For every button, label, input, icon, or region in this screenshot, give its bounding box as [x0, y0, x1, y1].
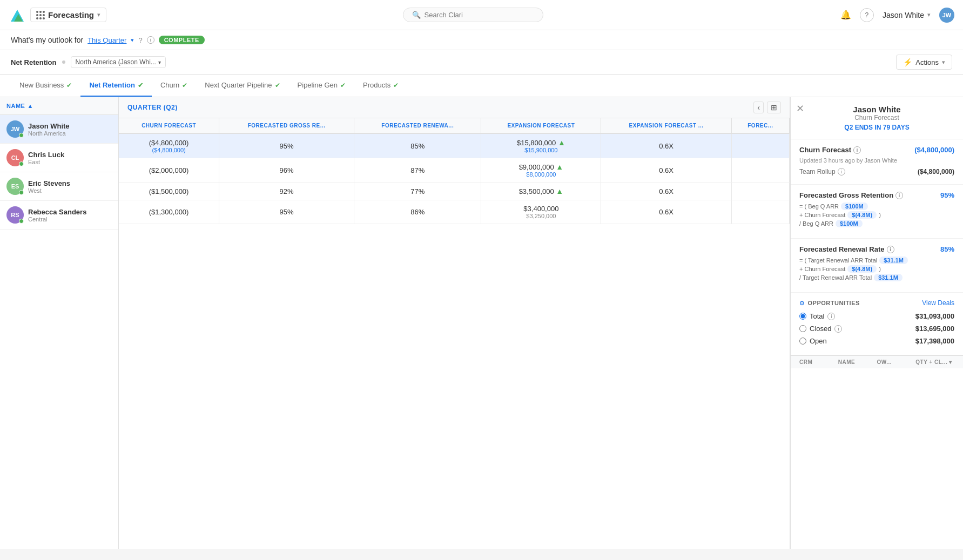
col-header-expansion-forecast-2[interactable]: EXPANSION FORECAST ...: [601, 118, 731, 133]
closed-info-icon[interactable]: i: [834, 325, 842, 333]
info-icon[interactable]: i: [147, 36, 154, 44]
search-box[interactable]: 🔍: [403, 8, 543, 22]
table-row-chris-luck[interactable]: ($2,000,000) 96% 87% $9,000,000 ▲ $8,000…: [119, 158, 790, 183]
cell-forec-eric: [731, 183, 789, 200]
open-radio-input[interactable]: [799, 338, 806, 345]
formula-line-2: + Churn Forecast $(4.8M) ): [799, 211, 954, 219]
notifications-button[interactable]: 🔔: [840, 10, 851, 20]
mini-col-qty[interactable]: QTY + CL... ▾: [915, 359, 954, 365]
gross-retention-row: Forecasted Gross Retention i 95%: [799, 191, 954, 199]
gross-retention-info-icon[interactable]: i: [895, 192, 903, 199]
mini-table-header: CRM NAME OW... QTY + CL... ▾: [791, 355, 963, 368]
formula-line-1: = ( Beg Q ARR $100M: [799, 203, 954, 210]
person-row-eric-stevens[interactable]: ES Eric Stevens West: [0, 172, 118, 201]
cell-expansion2-eric: 0.6X: [601, 183, 731, 200]
table-panel: QUARTER (Q2) ‹ ⊞ CHURN FORECAST FORECAST…: [119, 97, 790, 549]
tab-products-check-icon: ✔: [393, 82, 399, 89]
person-row-chris-luck[interactable]: CL Chris Luck East: [0, 144, 118, 172]
grid-view-button[interactable]: ⊞: [767, 102, 781, 113]
tab-pipeline-gen[interactable]: Pipeline Gen ✔: [289, 75, 354, 97]
people-header[interactable]: NAME ▲: [0, 97, 118, 115]
tab-next-quarter-pipeline[interactable]: Next Quarter Pipeline ✔: [196, 75, 288, 97]
detail-close-button[interactable]: ✕: [796, 103, 804, 114]
person-row-rebecca-sanders[interactable]: RS Rebecca Sanders Central: [0, 201, 118, 230]
cell-expansion2-rebecca: 0.6X: [601, 200, 731, 224]
cell-churn-forecast-eric: ($1,500,000): [119, 183, 219, 200]
renewal-formula-line-1: = ( Target Renewal ARR Total $31.1M: [799, 257, 954, 264]
tab-new-business-check-icon: ✔: [66, 82, 72, 89]
help-button[interactable]: ?: [860, 8, 874, 22]
col-header-forec[interactable]: FOREC...: [731, 118, 789, 133]
renewal-formula-line-3: / Target Renewal ARR Total $31.1M: [799, 274, 954, 281]
cell-forec-chris: [731, 158, 789, 183]
tab-new-business-label: New Business: [19, 81, 64, 89]
tab-churn-check-icon: ✔: [182, 82, 187, 89]
cell-renewal-rebecca: 86%: [354, 200, 481, 224]
total-radio-input[interactable]: [799, 313, 806, 320]
table-header-icons: ‹ ⊞: [753, 102, 781, 113]
arrow-up-icon-jason: ▲: [558, 138, 565, 147]
table-row-jason-white[interactable]: ($4,800,000) ($4,800,000) 95% 85% $15,80…: [119, 133, 790, 158]
mini-col-name: NAME: [838, 359, 877, 365]
col-header-forecasted-renewal[interactable]: FORECASTED RENEWA...: [354, 118, 481, 133]
collapse-table-button[interactable]: ‹: [753, 102, 764, 113]
tab-churn-label: Churn: [160, 81, 179, 89]
cell-renewal-chris: 87%: [354, 158, 481, 183]
tab-new-business[interactable]: New Business ✔: [11, 75, 80, 97]
top-nav: Forecasting ▾ 🔍 🔔 ? Jason White ▾ JW: [0, 0, 963, 30]
name-column-label: NAME: [6, 103, 25, 109]
cell-churn-forecast-chris: ($2,000,000): [119, 158, 219, 183]
search-input[interactable]: [424, 11, 521, 19]
status-dot-eric-stevens: [19, 190, 24, 195]
table-header-bar: QUARTER (Q2) ‹ ⊞: [119, 97, 790, 118]
quarter-link[interactable]: This Quarter: [87, 36, 126, 44]
team-rollup-info-icon[interactable]: i: [838, 168, 845, 176]
toolbar: Net Retention North America (Jason Whi..…: [0, 50, 963, 75]
table-row-eric-stevens[interactable]: ($1,500,000) 92% 77% $3,500,000 ▲ 0.6X: [119, 183, 790, 200]
search-icon: 🔍: [412, 11, 421, 19]
churn-forecast-label: Churn Forecast i: [799, 146, 861, 154]
nav-right: 🔔 ? Jason White ▾ JW: [840, 8, 954, 23]
cell-expansion2-jason: 0.6X: [601, 133, 731, 158]
forecast-table: CHURN FORECAST FORECASTED GROSS RE... FO…: [119, 118, 790, 224]
mini-col-crm: CRM: [799, 359, 838, 365]
net-retention-title: Net Retention: [11, 58, 57, 66]
total-radio-row: Total i $31,093,000: [799, 311, 954, 321]
main-layout: NAME ▲ JW Jason White North America CL C…: [0, 97, 963, 549]
actions-button[interactable]: ⚡ Actions ▾: [896, 55, 952, 70]
table-row-rebecca-sanders[interactable]: ($1,300,000) 95% 86% $3,400,000 $3,250,0…: [119, 200, 790, 224]
detail-header: ✕ Jason White Churn Forecast Q2 ENDS IN …: [791, 97, 963, 139]
cell-gross-re-chris: 96%: [219, 158, 354, 183]
status-dot-jason-white: [19, 133, 24, 138]
cell-gross-re-jason: 95%: [219, 133, 354, 158]
tab-products[interactable]: Products ✔: [354, 75, 407, 97]
col-header-expansion-forecast[interactable]: EXPANSION FORECAST: [481, 118, 601, 133]
tab-net-retention[interactable]: Net Retention ✔: [80, 75, 152, 97]
closed-radio-input[interactable]: [799, 325, 806, 332]
table-header-row: CHURN FORECAST FORECASTED GROSS RE... FO…: [119, 118, 790, 133]
detail-q-info: Q2 ENDS IN 79 DAYS: [799, 124, 954, 131]
app-selector[interactable]: Forecasting ▾: [30, 8, 106, 22]
total-info-icon[interactable]: i: [827, 313, 835, 320]
person-row-jason-white[interactable]: JW Jason White North America: [0, 115, 118, 144]
renewal-rate-label: Forecasted Renewal Rate i: [799, 245, 894, 253]
col-header-churn-forecast[interactable]: CHURN FORECAST: [119, 118, 219, 133]
status-dot-rebecca-sanders: [19, 219, 24, 224]
person-info-chris-luck: Chris Luck East: [28, 151, 112, 165]
churn-forecast-info-icon[interactable]: i: [853, 146, 861, 154]
person-info-eric-stevens: Eric Stevens West: [28, 179, 112, 194]
region-selector[interactable]: North America (Jason Whi... ▾: [71, 56, 166, 68]
user-menu[interactable]: Jason White ▾: [883, 11, 931, 19]
col-header-forecasted-gross[interactable]: FORECASTED GROSS RE...: [219, 118, 354, 133]
cell-gross-re-eric: 92%: [219, 183, 354, 200]
renewal-rate-info-icon[interactable]: i: [887, 246, 894, 253]
user-avatar: JW: [939, 8, 954, 23]
churn-forecast-row: Churn Forecast i ($4,800,000): [799, 146, 954, 154]
tab-churn[interactable]: Churn ✔: [152, 75, 196, 97]
cell-churn-forecast-jason[interactable]: ($4,800,000) ($4,800,000): [119, 133, 219, 158]
status-dot-chris-luck: [19, 161, 24, 166]
total-value: $31,093,000: [915, 312, 954, 320]
person-name-rebecca-sanders: Rebecca Sanders: [28, 208, 112, 216]
view-deals-link[interactable]: View Deals: [922, 299, 954, 307]
tab-pipeline-gen-label: Pipeline Gen: [298, 81, 338, 89]
